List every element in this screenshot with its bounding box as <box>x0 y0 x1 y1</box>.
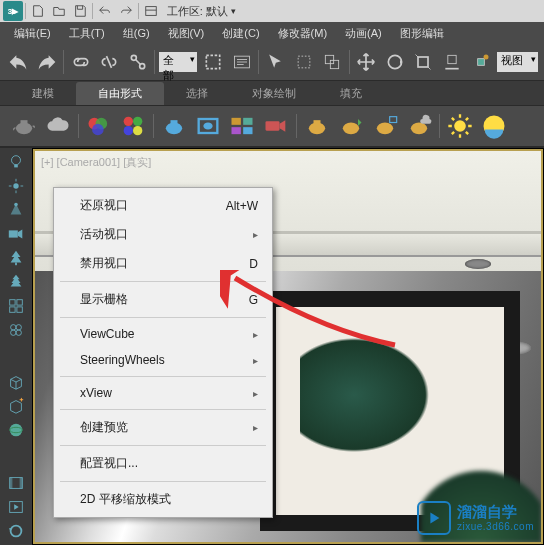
svg-rect-3 <box>206 55 219 68</box>
place-icon[interactable] <box>440 48 465 76</box>
ref-coord-icon[interactable] <box>468 48 493 76</box>
svg-point-31 <box>309 123 325 135</box>
svg-point-51 <box>11 330 16 335</box>
ctx-active-viewport[interactable]: 活动视口▸ <box>54 220 272 249</box>
watermark: 溜溜自学 zixue.3d66.com <box>417 501 534 535</box>
sphere-icon[interactable] <box>2 420 30 440</box>
box-icon[interactable] <box>2 372 30 392</box>
ribbon-tabs: 建模 自由形式 选择 对象绘制 填充 <box>0 80 544 106</box>
project-icon[interactable] <box>142 2 160 20</box>
selection-filter[interactable]: 全部 <box>159 52 196 72</box>
render-active-icon[interactable] <box>371 112 399 140</box>
ctx-xview[interactable]: xView▸ <box>54 380 272 406</box>
tab-object-paint[interactable]: 对象绘制 <box>230 82 318 105</box>
menu-animation[interactable]: 动画(A) <box>337 23 390 44</box>
state-sets-icon[interactable] <box>228 112 256 140</box>
svg-point-33 <box>343 123 359 135</box>
svg-point-12 <box>483 55 488 60</box>
svg-point-17 <box>92 124 104 136</box>
ctx-configure-viewport[interactable]: 配置视口... <box>54 449 272 478</box>
new-icon[interactable] <box>29 2 47 20</box>
camera-icon[interactable] <box>2 224 30 244</box>
svg-rect-56 <box>10 478 13 489</box>
tree-alt-icon[interactable] <box>2 272 30 292</box>
menu-graph[interactable]: 图形编辑 <box>392 23 452 44</box>
menu-group[interactable]: 组(G) <box>115 23 158 44</box>
tab-populate[interactable]: 填充 <box>318 82 384 105</box>
light-spot-icon[interactable] <box>2 200 30 220</box>
menu-tools[interactable]: 工具(T) <box>61 23 113 44</box>
ref-coord-dropdown[interactable]: 视图 <box>497 52 538 72</box>
tree-icon[interactable] <box>2 248 30 268</box>
render-frame-icon[interactable] <box>194 112 222 140</box>
render-prod-icon[interactable] <box>303 112 331 140</box>
grid-icon[interactable] <box>2 296 30 316</box>
cursor-icon[interactable] <box>263 48 288 76</box>
undo-button[interactable] <box>6 48 31 76</box>
light-bulb-icon[interactable] <box>2 152 30 172</box>
tab-selection[interactable]: 选择 <box>164 82 230 105</box>
box-plus-icon[interactable] <box>2 396 30 416</box>
svg-rect-43 <box>9 230 18 237</box>
menu-bar: 编辑(E) 工具(T) 组(G) 视图(V) 创建(C) 修改器(M) 动画(A… <box>0 22 544 44</box>
light-point-icon[interactable] <box>2 176 30 196</box>
svg-rect-48 <box>17 306 22 311</box>
render-toolbar <box>0 106 544 148</box>
material-editor-icon[interactable] <box>119 112 147 140</box>
cloud-icon[interactable] <box>44 112 72 140</box>
svg-point-19 <box>133 117 142 126</box>
menu-edit[interactable]: 编辑(E) <box>6 23 59 44</box>
svg-rect-45 <box>10 299 15 304</box>
link-icon[interactable] <box>68 48 93 76</box>
save-icon[interactable] <box>71 2 89 20</box>
render-setup-icon[interactable] <box>160 112 188 140</box>
rect-select-icon[interactable] <box>291 48 316 76</box>
film-icon[interactable] <box>2 473 30 493</box>
watermark-brand: 溜溜自学 <box>457 504 534 521</box>
svg-rect-28 <box>232 127 241 134</box>
menu-create[interactable]: 创建(C) <box>214 23 267 44</box>
render-cloud-icon[interactable] <box>405 112 433 140</box>
window-select-icon[interactable] <box>320 48 345 76</box>
sun-icon[interactable] <box>446 112 474 140</box>
svg-rect-44 <box>15 262 17 265</box>
ctx-show-grid[interactable]: 显示栅格G <box>54 285 272 314</box>
svg-rect-35 <box>390 117 397 123</box>
scale-icon[interactable] <box>411 48 436 76</box>
open-icon[interactable] <box>50 2 68 20</box>
redo-button[interactable] <box>35 48 60 76</box>
ctx-create-preview[interactable]: 创建预览▸ <box>54 413 272 442</box>
unlink-icon[interactable] <box>97 48 122 76</box>
ctx-disable-viewport[interactable]: 禁用视口D <box>54 249 272 278</box>
menu-modifiers[interactable]: 修改器(M) <box>270 23 336 44</box>
material-icon[interactable] <box>85 112 113 140</box>
bind-icon[interactable] <box>126 48 151 76</box>
undo-icon[interactable] <box>96 2 114 20</box>
svg-point-37 <box>454 120 466 132</box>
redo-icon[interactable] <box>117 2 135 20</box>
ctx-steeringwheels[interactable]: SteeringWheels▸ <box>54 347 272 373</box>
tab-modeling[interactable]: 建模 <box>10 82 76 105</box>
menu-view[interactable]: 视图(V) <box>160 23 213 44</box>
loop-icon[interactable] <box>2 521 30 541</box>
svg-point-20 <box>124 126 133 135</box>
rotate-icon[interactable] <box>382 48 407 76</box>
select-name-icon[interactable] <box>229 48 254 76</box>
select-icon[interactable] <box>201 48 226 76</box>
tab-freeform[interactable]: 自由形式 <box>76 82 164 105</box>
ctx-2d-pan-zoom[interactable]: 2D 平移缩放模式 <box>54 485 272 514</box>
viewport[interactable]: [+] [Camera001] [真实] 还原视口Alt+W 活动视口▸ 禁用视… <box>32 148 544 545</box>
render-iterate-icon[interactable] <box>337 112 365 140</box>
viewport-label[interactable]: [+] [Camera001] [真实] <box>41 155 151 170</box>
svg-rect-47 <box>10 306 15 311</box>
play-icon[interactable] <box>2 497 30 517</box>
circles-icon[interactable] <box>2 320 30 340</box>
svg-rect-10 <box>448 55 456 63</box>
ctx-viewcube[interactable]: ViewCube▸ <box>54 321 272 347</box>
move-icon[interactable] <box>354 48 379 76</box>
teapot-icon[interactable] <box>10 112 38 140</box>
camera-seq-icon[interactable] <box>262 112 290 140</box>
sky-icon[interactable] <box>480 112 508 140</box>
svg-point-34 <box>377 123 393 135</box>
ctx-restore-viewport[interactable]: 还原视口Alt+W <box>54 191 272 220</box>
